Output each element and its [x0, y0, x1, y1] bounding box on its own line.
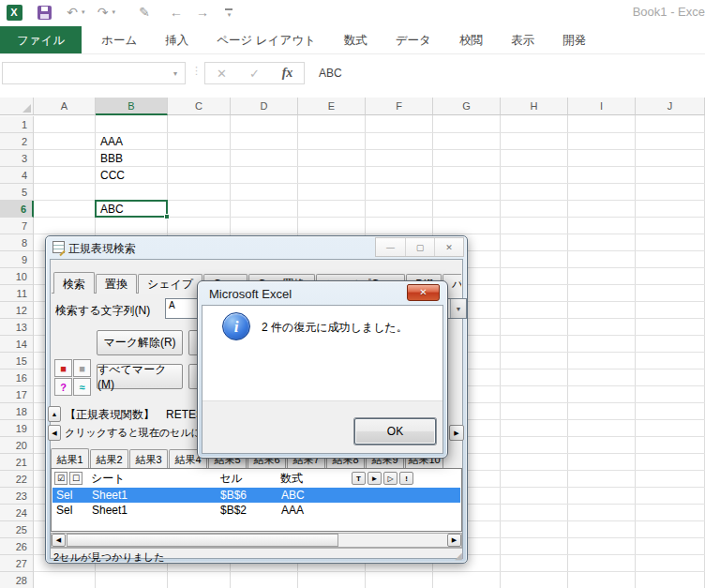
ribbon-tab-数式[interactable]: 数式 [330, 26, 382, 53]
row-header-3[interactable]: 3 [0, 150, 34, 167]
row-header-17[interactable]: 17 [0, 386, 34, 403]
result-tab-結果1[interactable]: 結果1 [51, 448, 89, 468]
excel-logo-icon[interactable]: X [6, 4, 22, 21]
insert-function-icon[interactable]: fx [271, 66, 304, 81]
row-header-9[interactable]: 9 [0, 251, 34, 268]
name-box[interactable]: ▾ [2, 62, 186, 84]
unmark-button[interactable]: マーク解除(R) [97, 330, 183, 355]
row-header-6[interactable]: 6 [0, 201, 34, 218]
result-tab-結果3[interactable]: 結果3 [129, 449, 168, 468]
cell-B4[interactable]: CCC [96, 167, 168, 184]
row-header-15[interactable]: 15 [0, 353, 34, 369]
row-header-26[interactable]: 26 [0, 538, 34, 555]
dialog-tab-検索[interactable]: 検索 [53, 272, 95, 294]
row-header-16[interactable]: 16 [0, 369, 34, 386]
ribbon-tab-ページ レイアウト[interactable]: ページ レイアウト [202, 26, 330, 53]
column-header-B[interactable]: B [96, 98, 168, 115]
column-header-D[interactable]: D [231, 98, 298, 115]
row-header-8[interactable]: 8 [0, 234, 34, 251]
row-header-23[interactable]: 23 [0, 488, 34, 505]
ribbon-tab-ホーム[interactable]: ホーム [87, 26, 151, 53]
enter-icon[interactable]: ✓ [238, 67, 271, 81]
row-header-28[interactable]: 28 [0, 572, 34, 588]
resize-grip-icon[interactable]: ◢ [455, 550, 462, 561]
row-header-24[interactable]: 24 [0, 505, 34, 521]
ink-pen-icon[interactable]: ✎ [136, 4, 153, 21]
row-header-7[interactable]: 7 [0, 218, 34, 234]
row-header-14[interactable]: 14 [0, 336, 34, 353]
column-header-E[interactable]: E [298, 98, 366, 115]
message-box-close-icon[interactable]: ✕ [407, 284, 440, 301]
column-header-I[interactable]: I [568, 98, 636, 115]
ribbon-tab-データ[interactable]: データ [382, 26, 445, 53]
save-icon[interactable] [36, 4, 52, 21]
column-header-G[interactable]: G [433, 98, 501, 115]
fill-handle[interactable] [164, 214, 170, 219]
row-header-25[interactable]: 25 [0, 521, 34, 538]
formula-input[interactable]: ABC [309, 62, 705, 84]
column-header-A[interactable]: A [34, 98, 96, 115]
nav-right-button[interactable]: ▶ [449, 425, 464, 441]
result-row[interactable]: SelSheet1$B$2AAA [52, 503, 460, 518]
customize-qat-icon[interactable]: ▾ [220, 4, 237, 21]
play-button[interactable]: ► [368, 472, 382, 485]
step-button[interactable]: ▷ [383, 472, 398, 485]
ribbon-tab-挿入[interactable]: 挿入 [151, 26, 202, 53]
result-tab-結果2[interactable]: 結果2 [90, 449, 128, 468]
row-header-21[interactable]: 21 [0, 454, 34, 471]
row-header-4[interactable]: 4 [0, 167, 34, 184]
row-header-10[interactable]: 10 [0, 268, 34, 285]
nav-left-button[interactable]: ◀ [48, 425, 61, 441]
uncheck-all-button[interactable]: ☐ [69, 472, 82, 485]
dialog-minimize-icon[interactable]: — [376, 238, 405, 256]
ribbon-tab-ファイル[interactable]: ファイル [0, 26, 82, 53]
mark-gray-square-button[interactable]: ■ [73, 359, 91, 377]
scroll-left-icon[interactable]: ◀ [52, 534, 66, 547]
row-header-27[interactable]: 27 [0, 555, 34, 572]
mark-help-button[interactable]: ? [54, 378, 72, 396]
row-header-12[interactable]: 12 [0, 302, 34, 319]
scroll-right-icon[interactable]: ▶ [447, 534, 461, 547]
scrollbar-thumb[interactable] [67, 534, 338, 547]
redo-icon[interactable]: ↷ [95, 4, 112, 21]
dialog-maximize-icon[interactable]: ▢ [405, 238, 434, 256]
ok-button[interactable]: OK [354, 418, 436, 445]
result-row[interactable]: SelSheet1$B$6ABC [52, 488, 460, 503]
row-header-18[interactable]: 18 [0, 403, 34, 420]
combobox-dropdown-icon[interactable]: ▼ [450, 299, 466, 318]
column-header-F[interactable]: F [366, 98, 433, 115]
row-header-2[interactable]: 2 [0, 133, 34, 150]
row-header-11[interactable]: 11 [0, 285, 34, 302]
row-header-19[interactable]: 19 [0, 420, 34, 437]
dialog-close-icon[interactable]: ✕ [434, 238, 463, 256]
forward-arrow-icon[interactable]: → [194, 4, 211, 21]
mark-wave-button[interactable]: ≈ [73, 378, 91, 396]
name-box-caret-icon[interactable]: ▾ [173, 69, 177, 78]
redo-caret-icon[interactable]: ▾ [112, 8, 116, 16]
row-header-13[interactable]: 13 [0, 319, 34, 336]
column-header-C[interactable]: C [168, 98, 231, 115]
back-arrow-icon[interactable]: ← [168, 4, 185, 21]
horizontal-scrollbar[interactable]: ◀ ▶ [51, 533, 462, 548]
row-header-20[interactable]: 20 [0, 437, 34, 454]
ribbon-tab-表示[interactable]: 表示 [497, 26, 548, 53]
undo-caret-icon[interactable]: ▾ [82, 8, 85, 16]
ribbon-tab-開発[interactable]: 開発 [548, 26, 600, 53]
alert-button[interactable]: ! [399, 472, 413, 485]
row-header-1[interactable]: 1 [0, 116, 34, 133]
row-header-5[interactable]: 5 [0, 184, 34, 201]
mark-all-button[interactable]: すべてマーク(M) [97, 364, 183, 389]
mark-red-square-button[interactable]: ■ [54, 359, 72, 377]
ribbon-tab-校閲[interactable]: 校閲 [445, 26, 497, 53]
undo-icon[interactable]: ↶ [64, 4, 81, 21]
filter-button[interactable]: T [352, 472, 366, 485]
cancel-icon[interactable]: ✕ [205, 67, 238, 81]
column-header-H[interactable]: H [501, 98, 568, 115]
select-all-corner[interactable] [0, 98, 34, 115]
dialog-tab-置換[interactable]: 置換 [96, 274, 137, 294]
selected-cell-box[interactable] [95, 200, 168, 218]
dialog-tab-シェイプ[interactable]: シェイプ [138, 274, 202, 294]
cell-B3[interactable]: BBB [96, 150, 168, 167]
check-all-button[interactable]: ☑ [54, 472, 68, 485]
nav-up-button[interactable]: ▲ [48, 406, 61, 422]
